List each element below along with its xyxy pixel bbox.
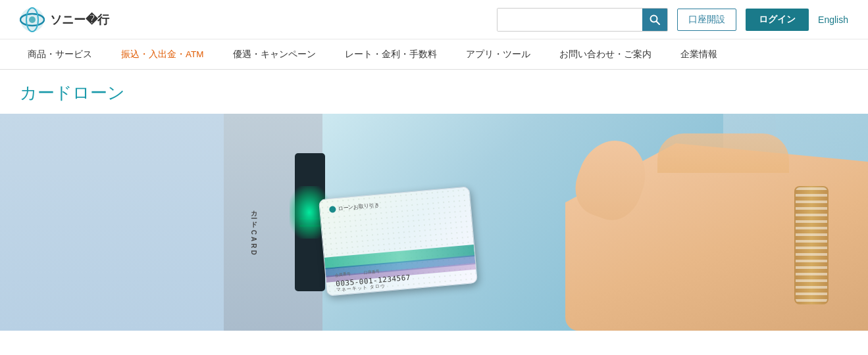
page-title-area: カードローン bbox=[0, 70, 868, 114]
hero-bg-left bbox=[0, 114, 230, 331]
open-account-button[interactable]: 口座開設 bbox=[677, 9, 736, 31]
nav-item-apps[interactable]: アプリ・ツール bbox=[451, 39, 545, 70]
bracelet-pattern bbox=[796, 187, 827, 303]
nav-item-campaign[interactable]: 優遇・キャンペーン bbox=[218, 39, 330, 70]
svg-line-5 bbox=[657, 21, 660, 24]
main-nav: 商品・サービス 振込・入出金・ATM 優遇・キャンペーン レート・金利・手数料 … bbox=[0, 39, 868, 70]
card-member-label: 会員番号 bbox=[335, 271, 351, 278]
english-link[interactable]: English bbox=[818, 14, 848, 25]
hero-section: カード CARD ローンお取り引き 会員番号 口座番号 0035-001-123… bbox=[0, 114, 868, 331]
search-icon bbox=[650, 14, 660, 25]
nav-item-corporate[interactable]: 企業情報 bbox=[666, 39, 732, 70]
svg-point-3 bbox=[29, 16, 36, 23]
nav-item-products[interactable]: 商品・サービス bbox=[13, 39, 107, 70]
login-button[interactable]: ログイン bbox=[746, 9, 809, 31]
card-account-label: 口座番号 bbox=[364, 269, 380, 276]
logo-text: ソニー�行 bbox=[50, 12, 109, 28]
card-label-icon bbox=[329, 206, 336, 213]
search-input[interactable] bbox=[498, 9, 642, 31]
nav-item-transfer[interactable]: 振込・入出金・ATM bbox=[107, 39, 218, 70]
page-title: カードローン bbox=[20, 82, 848, 105]
header-right: 口座開設 ログイン English bbox=[497, 8, 848, 32]
hand-area bbox=[486, 133, 868, 331]
nav-item-rates[interactable]: レート・金利・手数料 bbox=[330, 39, 451, 70]
atm-card-label: カード CARD bbox=[249, 206, 258, 257]
bank-card: ローンお取り引き 会員番号 口座番号 0035-001-1234567 マネーキ… bbox=[319, 186, 478, 296]
sony-bank-logo-icon bbox=[20, 7, 45, 32]
nav-item-contact[interactable]: お問い合わせ・ご案内 bbox=[545, 39, 666, 70]
hand-fingers-top bbox=[657, 133, 789, 173]
search-button[interactable] bbox=[642, 9, 667, 31]
bank-card-container: ローンお取り引き 会員番号 口座番号 0035-001-1234567 マネーキ… bbox=[319, 186, 478, 296]
search-area bbox=[497, 8, 668, 32]
site-header: ソニー�行 口座開設 ログイン English bbox=[0, 0, 868, 39]
logo-area: ソニー�行 bbox=[20, 7, 497, 32]
